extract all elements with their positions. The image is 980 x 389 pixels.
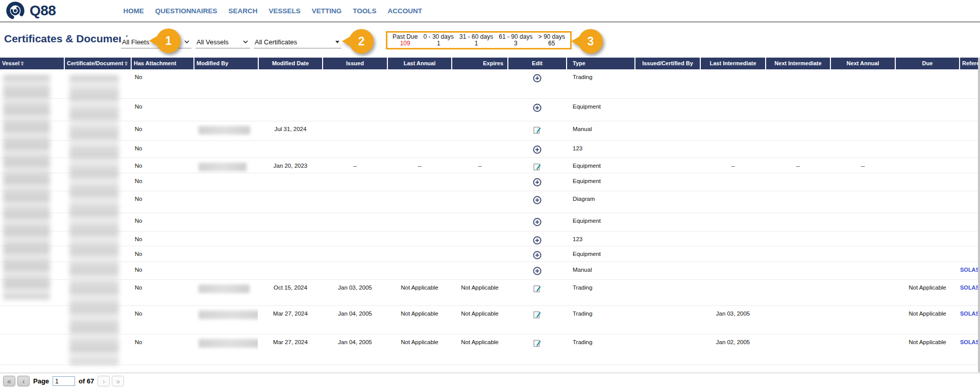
reference-link[interactable]: SOLAS [960,284,979,291]
callout-number: 1 [156,29,181,53]
col-header-next-annual[interactable]: Next Annual [831,58,895,69]
edit-certificate-icon[interactable] [533,163,542,171]
col-header-next-intermediate[interactable]: Next Intermediate [766,58,830,69]
edit-certificate-icon[interactable] [533,284,542,293]
table-row: NoEquipment [0,99,979,121]
cell-last_annual [388,262,451,279]
col-header-type[interactable]: Type [567,58,634,69]
q88-logo[interactable]: Q88 [5,1,56,21]
edit-certificate-icon[interactable] [533,310,542,319]
first-page-button[interactable]: « [3,376,15,386]
cell-last_intermediate [701,246,765,262]
cell-type: Trading [567,306,634,334]
col-header-edit[interactable]: Edit [508,58,566,69]
nav-item-questionnaires[interactable]: QUESTIONNAIRES [155,7,217,15]
cell-vessel [0,306,64,334]
summary-past-due[interactable]: Past Due109 [393,34,418,47]
edit-certificate-icon[interactable] [533,126,542,135]
add-certificate-icon[interactable] [533,251,542,260]
vertical-scrollbar[interactable] [978,58,980,372]
add-certificate-icon[interactable] [533,74,542,83]
cell-reference [960,173,979,191]
add-certificate-icon[interactable] [533,267,542,275]
table-body: NoTradingNoEquipmentNoJul 31, 2024Manual… [0,69,979,365]
col-header-issued[interactable]: Issued [323,58,387,69]
reference-link[interactable]: SOLAS [960,310,979,317]
nav-item-vetting[interactable]: VETTING [312,7,342,15]
cell-next_intermediate [766,99,830,121]
last-page-button[interactable]: » [112,376,124,386]
col-header-label: Has Attachment [134,60,176,66]
edit-certificate-icon[interactable] [533,339,542,348]
reference-link[interactable]: SOLAS [960,339,979,345]
cell-last_intermediate: -- [701,158,765,173]
add-certificate-icon[interactable] [533,236,542,245]
top-nav: Q88 HOMEQUESTIONNAIRESSEARCHVESSELSVETTI… [0,0,980,22]
cell-next_intermediate: -- [766,158,830,173]
vessel-filter-select[interactable]: All Vessels [195,37,250,48]
summary-0-30-days[interactable]: 0 - 30 days1 [424,34,454,47]
add-certificate-icon[interactable] [533,196,542,204]
col-header-due[interactable]: Due [896,58,959,69]
col-header-vessel[interactable]: Vessel⇧ [0,58,64,69]
cell-expires [452,231,507,246]
col-header-expires[interactable]: Expires [452,58,507,69]
col-header-has-attachment[interactable]: Has Attachment [132,58,193,69]
summary-31-60-days[interactable]: 31 - 60 days1 [459,34,493,47]
table-row: NoTrading [0,69,979,99]
cell-edit [508,69,566,98]
nav-item-vessels[interactable]: VESSELS [268,7,300,15]
prev-page-button[interactable]: ‹ [17,376,30,386]
cell-edit [508,334,566,365]
add-certificate-icon[interactable] [533,145,542,154]
col-header-label: Due [922,60,933,66]
cell-modified_date [259,213,322,231]
cell-last_annual: Not Applicable [388,280,451,305]
col-header-modified-date[interactable]: Modified Date [259,58,322,69]
cell-last_intermediate [701,173,765,191]
col-header-reference[interactable]: Reference [960,58,979,69]
reference-link[interactable]: SOLAS [960,267,979,273]
col-header-issued-certified-by[interactable]: Issued/Certified By [635,58,700,69]
add-certificate-icon[interactable] [533,103,542,112]
col-header-label: Certificate/Document [67,60,124,66]
summary-value: 1 [459,40,493,47]
cell-reference: SOLAS [960,280,979,305]
nav-item-tools[interactable]: TOOLS [353,7,376,15]
col-header-label: Last Annual [404,60,436,66]
summary-90-days[interactable]: > 90 days65 [538,34,565,47]
cell-last_annual [388,213,451,231]
cell-next_annual [831,306,895,334]
certificate-filter-select[interactable]: All Certificates [254,37,341,48]
cell-has_attachment: No [132,306,193,334]
cell-edit [508,173,566,191]
cell-issued: Jan 04, 2005 [323,334,387,365]
col-header-last-annual[interactable]: Last Annual [388,58,451,69]
nav-item-home[interactable]: HOME [123,7,144,15]
nav-item-account[interactable]: ACCOUNT [388,7,423,15]
cell-last_annual [388,69,451,98]
col-header-last-intermediate[interactable]: Last Intermediate [701,58,765,69]
cell-modified_by [194,334,258,365]
cell-last_annual: -- [388,158,451,173]
cell-issued [323,191,387,213]
cell-last_annual: Not Applicable [388,334,451,365]
table-row: NoDiagram [0,191,979,213]
cell-reference: SOLAS [960,262,979,279]
cell-type: Trading [567,334,634,365]
cell-last_intermediate [701,280,765,305]
cell-edit [508,121,566,140]
col-header-certificate-document[interactable]: Certificate/Document⇧ [65,58,131,69]
page-number-input[interactable] [53,376,75,386]
col-header-modified-by[interactable]: Modified By [194,58,258,69]
cell-reference [960,158,979,173]
cell-last_annual [388,191,451,213]
next-page-button[interactable]: › [97,376,110,386]
cell-expires: Not Applicable [452,280,507,305]
cell-next_annual [831,280,895,305]
summary-61-90-days[interactable]: 61 - 90 days3 [499,34,532,47]
add-certificate-icon[interactable] [533,178,542,187]
add-certificate-icon[interactable] [533,218,542,226]
nav-item-search[interactable]: SEARCH [228,7,257,15]
cell-due [896,69,959,98]
